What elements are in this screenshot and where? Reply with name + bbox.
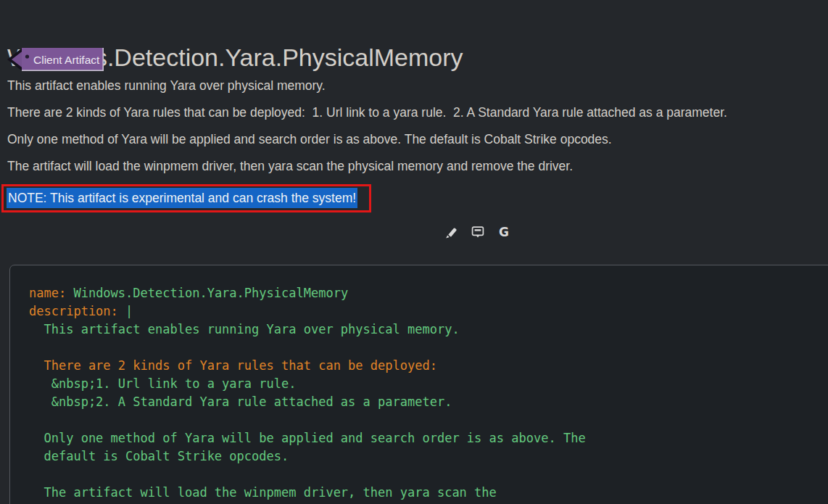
google-icon[interactable]: G bbox=[497, 225, 511, 239]
code-line: name: Windows.Detection.Yara.PhysicalMem… bbox=[29, 284, 824, 302]
description-paragraph: The artifact will load the winpmem drive… bbox=[7, 157, 824, 175]
code-line bbox=[29, 466, 824, 484]
page-title: Windows.Detection.Yara.PhysicalMemory bbox=[7, 44, 828, 71]
highlighter-icon[interactable] bbox=[444, 225, 459, 239]
annotation-red-box: NOTE: This artifact is experimental and … bbox=[1, 184, 371, 212]
code-line: The artifact will load the winpmem drive… bbox=[29, 484, 824, 502]
code-line: &nbsp;1. Url link to a yara rule. bbox=[29, 375, 824, 393]
code-line: This artifact enables running Yara over … bbox=[29, 321, 824, 339]
tag-shape-icon: Client Artifact bbox=[7, 48, 106, 71]
selection-toolbar: G bbox=[444, 225, 511, 239]
description-paragraph: Only one method of Yara will be applied … bbox=[7, 131, 824, 148]
tag-label: Client Artifact bbox=[33, 54, 100, 66]
google-g-letter: G bbox=[499, 225, 509, 239]
description-block: This artifact enables running Yara over … bbox=[7, 71, 824, 175]
code-line: &nbsp;2. A Standard Yara rule attached a… bbox=[29, 393, 824, 411]
selected-note-text: NOTE: This artifact is experimental and … bbox=[7, 188, 357, 208]
note-row: NOTE: This artifact is experimental and … bbox=[1, 184, 828, 213]
code-block: name: Windows.Detection.Yara.PhysicalMem… bbox=[9, 265, 828, 504]
code-line bbox=[29, 339, 824, 357]
code-line: description: | bbox=[29, 302, 824, 321]
code-line: default is Cobalt Strike opcodes. bbox=[29, 447, 824, 466]
artifact-doc-page: Client Artifact Windows.Detection.Yara.P… bbox=[0, 44, 828, 504]
description-paragraph: There are 2 kinds of Yara rules that can… bbox=[7, 104, 824, 121]
code-line bbox=[29, 411, 824, 429]
client-artifact-tag[interactable]: Client Artifact bbox=[7, 48, 106, 71]
comment-icon[interactable] bbox=[471, 225, 485, 239]
description-paragraph: This artifact enables running Yara over … bbox=[7, 77, 824, 94]
code-line: There are 2 kinds of Yara rules that can… bbox=[29, 357, 824, 375]
code-line: Only one method of Yara will be applied … bbox=[29, 429, 824, 447]
